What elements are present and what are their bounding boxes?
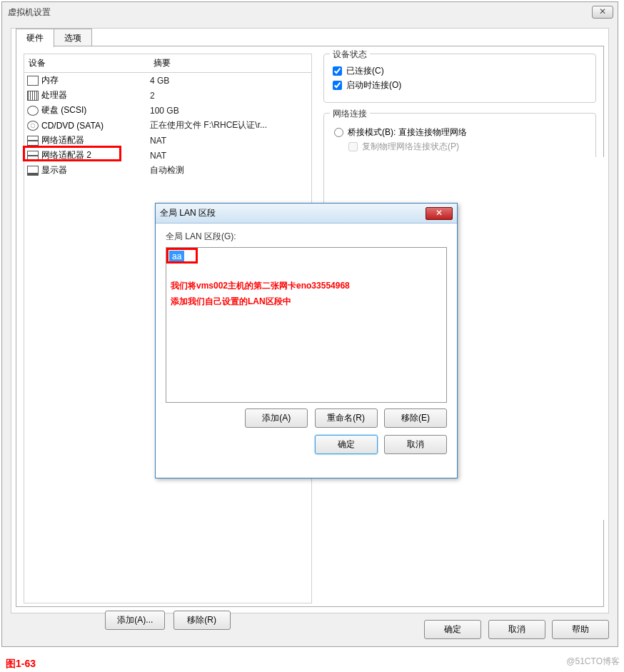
dialog-remove-button[interactable]: 移除(E) bbox=[384, 408, 447, 428]
tab-options[interactable]: 选项 bbox=[54, 29, 92, 47]
lan-segment-dialog: 全局 LAN 区段 ✕ 全局 LAN 区段(G): aa 我们将vms002主机… bbox=[155, 203, 458, 478]
lan-segment-listbox[interactable]: aa 我们将vms002主机的第二张网卡eno33554968 添加我们自己设置… bbox=[166, 247, 447, 403]
device-name: 硬盘 (SCSI) bbox=[41, 104, 86, 116]
device-row-hdd[interactable]: 硬盘 (SCSI) 100 GB bbox=[24, 103, 311, 118]
checkbox-start-input[interactable] bbox=[333, 81, 342, 90]
device-name: 处理器 bbox=[41, 89, 67, 101]
device-name: 内存 bbox=[41, 74, 59, 86]
tab-hardware[interactable]: 硬件 bbox=[16, 29, 54, 47]
checkbox-connected-input[interactable] bbox=[333, 66, 342, 76]
window-title: 虚拟机设置 bbox=[8, 2, 612, 22]
dialog-body: 全局 LAN 区段(G): aa 我们将vms002主机的第二张网卡eno335… bbox=[156, 224, 457, 461]
device-row-memory[interactable]: 内存 4 GB bbox=[24, 73, 311, 88]
device-name: CD/DVD (SATA) bbox=[41, 121, 104, 131]
group-title-net: 网络连接 bbox=[330, 108, 370, 120]
device-summary: NAT bbox=[150, 136, 308, 146]
remove-device-button[interactable]: 移除(R) bbox=[173, 611, 231, 630]
checkbox-connected[interactable]: 已连接(C) bbox=[333, 65, 587, 77]
window-close-button[interactable]: ✕ bbox=[592, 6, 613, 19]
annotation-red-box-item bbox=[166, 248, 198, 264]
radio-bridged-input[interactable] bbox=[334, 128, 343, 137]
dialog-ok-button[interactable]: 确定 bbox=[315, 435, 378, 454]
main-ok-button[interactable]: 确定 bbox=[424, 620, 481, 639]
cpu-icon bbox=[27, 91, 39, 101]
checkbox-connect-on-start[interactable]: 启动时连接(O) bbox=[333, 79, 587, 91]
device-row-cddvd[interactable]: CD/DVD (SATA) 正在使用文件 F:\RHCE认证\r... bbox=[24, 118, 311, 133]
header-summary: 摘要 bbox=[149, 54, 311, 72]
device-row-display[interactable]: 显示器 自动检测 bbox=[24, 163, 311, 178]
group-title-state: 设备状态 bbox=[330, 49, 370, 61]
main-cancel-button[interactable]: 取消 bbox=[488, 620, 545, 639]
dialog-cancel-button[interactable]: 取消 bbox=[384, 435, 447, 454]
device-summary: 正在使用文件 F:\RHCE认证\r... bbox=[150, 119, 308, 131]
device-name: 显示器 bbox=[41, 164, 67, 176]
annotation-red-box-device bbox=[23, 146, 121, 161]
radio-bridged[interactable]: 桥接模式(B): 直接连接物理网络 bbox=[334, 126, 587, 139]
dialog-add-button[interactable]: 添加(A) bbox=[245, 408, 308, 428]
memory-icon bbox=[27, 76, 39, 86]
add-device-button[interactable]: 添加(A)... bbox=[105, 611, 165, 630]
cd-icon bbox=[27, 121, 39, 131]
device-name: 网络适配器 bbox=[41, 134, 84, 146]
device-summary: NAT bbox=[150, 151, 308, 161]
watermark: @51CTO博客 bbox=[566, 656, 620, 668]
annotation-text: 我们将vms002主机的第二张网卡eno33554968 添加我们自己设置的LA… bbox=[171, 278, 350, 309]
device-summary: 100 GB bbox=[150, 106, 308, 116]
main-help-button[interactable]: 帮助 bbox=[552, 620, 609, 639]
main-bottom-buttons: 确定 取消 帮助 bbox=[420, 620, 609, 639]
header-device: 设备 bbox=[24, 54, 149, 72]
dialog-label: 全局 LAN 区段(G): bbox=[166, 231, 447, 243]
dialog-titlebar: 全局 LAN 区段 ✕ bbox=[156, 204, 457, 224]
device-list-header: 设备 摘要 bbox=[24, 54, 311, 73]
group-device-state: 设备状态 已连接(C) 启动时连接(O) bbox=[323, 54, 596, 103]
monitor-icon bbox=[27, 166, 39, 176]
dialog-confirm-buttons: 确定 取消 bbox=[166, 435, 447, 454]
dialog-edit-buttons: 添加(A) 重命名(R) 移除(E) bbox=[166, 408, 447, 428]
disk-icon bbox=[27, 106, 39, 116]
dialog-close-button[interactable]: ✕ bbox=[426, 207, 453, 220]
device-summary: 自动检测 bbox=[150, 164, 308, 176]
tab-strip: 硬件 选项 bbox=[16, 28, 91, 46]
device-summary: 4 GB bbox=[150, 76, 308, 86]
checkbox-replicate-input bbox=[348, 142, 358, 151]
device-summary: 2 bbox=[150, 91, 308, 101]
device-row-cpu[interactable]: 处理器 2 bbox=[24, 88, 311, 103]
network-icon bbox=[27, 136, 39, 146]
dialog-rename-button[interactable]: 重命名(R) bbox=[315, 408, 378, 428]
device-buttons: 添加(A)... 移除(R) bbox=[24, 611, 312, 630]
dialog-title: 全局 LAN 区段 bbox=[160, 207, 426, 219]
figure-caption: 图1-63 bbox=[6, 658, 36, 671]
titlebar: 虚拟机设置 ✕ bbox=[2, 2, 618, 22]
checkbox-replicate: 复制物理网络连接状态(P) bbox=[348, 141, 587, 153]
